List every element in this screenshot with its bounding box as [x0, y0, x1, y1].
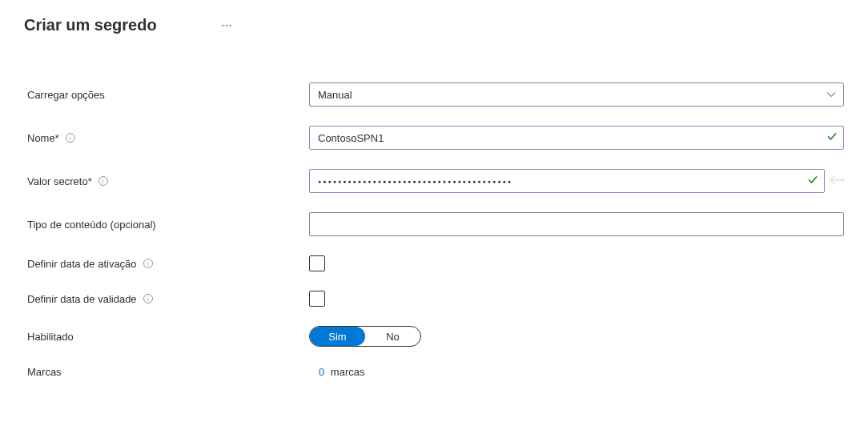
- create-secret-form: Carregar opções Nome* i: [24, 82, 844, 378]
- label-secret-value: Valor secreto* i: [27, 175, 309, 187]
- row-expiration-date: Definir data de validade i: [27, 291, 844, 307]
- row-content-type: Tipo de conteúdo (opcional): [27, 212, 844, 236]
- check-icon: [826, 131, 838, 145]
- label-name: Nome* i: [27, 132, 309, 144]
- control-tags: 0 marcas: [309, 366, 844, 378]
- name-input[interactable]: [309, 126, 844, 150]
- info-icon[interactable]: i: [143, 259, 153, 268]
- control-enabled: Sim No: [309, 326, 844, 347]
- enabled-toggle[interactable]: Sim No: [309, 326, 421, 347]
- row-secret-value: Valor secreto* i: [27, 169, 844, 193]
- row-enabled: Habilitado Sim No: [27, 326, 844, 347]
- toggle-no[interactable]: No: [365, 327, 420, 346]
- label-text-name: Nome*: [27, 132, 59, 144]
- control-expiration-date: [309, 291, 844, 307]
- secret-value-input[interactable]: [309, 169, 825, 193]
- content-type-input[interactable]: [309, 212, 844, 236]
- row-activation-date: Definir data de ativação i: [27, 255, 844, 271]
- label-expiration-date: Definir data de validade i: [27, 293, 309, 305]
- info-icon[interactable]: i: [143, 294, 153, 303]
- more-options-icon[interactable]: ⋯: [221, 19, 233, 32]
- label-text-upload-options: Carregar opções: [27, 89, 105, 101]
- label-text-secret-value: Valor secreto*: [27, 175, 92, 187]
- check-icon: [807, 175, 818, 188]
- upload-options-select-wrap: [309, 82, 844, 106]
- upload-options-select[interactable]: [309, 82, 844, 106]
- label-content-type: Tipo de conteúdo (opcional): [27, 219, 309, 231]
- info-icon[interactable]: i: [98, 176, 108, 186]
- label-text-expiration-date: Definir data de validade: [27, 293, 137, 305]
- arrow-left-icon: [830, 175, 844, 187]
- activation-date-checkbox[interactable]: [309, 255, 325, 271]
- page-header: Criar um segredo ⋯: [24, 16, 844, 34]
- control-secret-value: [309, 169, 844, 193]
- toggle-yes[interactable]: Sim: [310, 327, 365, 346]
- secret-value-input-wrap: [309, 169, 825, 193]
- info-icon[interactable]: i: [66, 133, 75, 143]
- row-name: Nome* i: [27, 126, 844, 150]
- page-title: Criar um segredo: [24, 16, 157, 34]
- control-activation-date: [309, 255, 844, 271]
- control-upload-options: [309, 82, 844, 106]
- label-upload-options: Carregar opções: [27, 89, 309, 101]
- tags-link[interactable]: 0 marcas: [319, 366, 364, 378]
- label-enabled: Habilitado: [27, 331, 309, 343]
- label-text-content-type: Tipo de conteúdo (opcional): [27, 219, 156, 231]
- name-input-wrap: [309, 126, 844, 150]
- label-text-activation-date: Definir data de ativação: [27, 258, 137, 270]
- label-tags: Marcas: [27, 366, 309, 378]
- row-upload-options: Carregar opções: [27, 82, 844, 106]
- control-name: [309, 126, 844, 150]
- row-tags: Marcas 0 marcas: [27, 366, 844, 378]
- label-text-tags: Marcas: [27, 366, 62, 378]
- control-content-type: [309, 212, 844, 236]
- tags-count: 0: [319, 366, 324, 378]
- tags-word: marcas: [331, 366, 365, 378]
- label-activation-date: Definir data de ativação i: [27, 258, 309, 270]
- label-text-enabled: Habilitado: [27, 331, 74, 343]
- expiration-date-checkbox[interactable]: [309, 291, 325, 307]
